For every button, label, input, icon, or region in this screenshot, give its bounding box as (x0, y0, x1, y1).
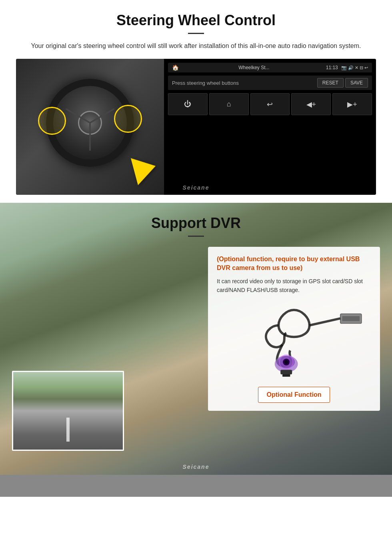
home-ctrl-icon: ⌂ (227, 100, 231, 108)
title-divider (188, 33, 204, 34)
svg-rect-7 (280, 370, 292, 374)
dvr-camera-svg (217, 301, 371, 381)
vol-up2-icon: ▶+ (347, 100, 357, 109)
ctrl-back[interactable]: ↩ (250, 93, 290, 115)
reset-button[interactable]: RESET (317, 78, 344, 88)
save-button[interactable]: SAVE (345, 78, 368, 88)
prompt-text: Press steering wheel buttons (172, 80, 239, 86)
dvr-optional-note: (Optional function, require to buy exter… (217, 255, 371, 273)
dvr-title: Support DVR (16, 215, 376, 232)
wheel-hub (78, 111, 102, 135)
dvr-title-divider (188, 236, 204, 237)
action-buttons: RESET SAVE (317, 78, 368, 88)
swc-image-composite: 🏠 Wheelkey St... 11:13 📷 🔊 ✕ ⊟ ↩ Press s… (16, 59, 376, 195)
clock: 11:13 (326, 65, 338, 70)
arrow-indicator (134, 155, 156, 183)
app-name: Wheelkey St... (182, 65, 326, 70)
ctrl-power[interactable]: ⏻ (168, 93, 208, 115)
yellow-arrow (131, 152, 159, 185)
svg-rect-8 (282, 374, 290, 377)
bottom-bar (0, 475, 392, 497)
spoke-2 (65, 108, 90, 123)
steering-wheel-photo (16, 59, 164, 195)
svg-line-2 (310, 318, 340, 325)
ctrl-vol-up-2[interactable]: ▶+ (332, 93, 372, 115)
dvr-watermark: Seicane (183, 464, 210, 470)
ctrl-vol-up[interactable]: ◀+ (291, 93, 331, 115)
dvr-info-card: (Optional function, require to buy exter… (208, 247, 380, 411)
swc-screen: 🏠 Wheelkey St... 11:13 📷 🔊 ✕ ⊟ ↩ Press s… (164, 59, 376, 195)
dvr-camera-image (217, 301, 371, 381)
dvr-description: It can record video only to storage in G… (217, 277, 371, 295)
controls-grid: ⏻ ⌂ ↩ ◀+ ▶+ (168, 93, 372, 115)
road-line (66, 418, 70, 442)
dvr-title-area: Support DVR (0, 203, 392, 237)
steering-wheel-section: Steering Wheel Control Your original car… (0, 0, 392, 203)
spoke-1 (89, 123, 91, 151)
ctrl-home[interactable]: ⌂ (209, 93, 249, 115)
optional-function-button[interactable]: Optional Function (258, 387, 330, 403)
power-icon: ⏻ (184, 100, 191, 108)
dvr-section: Support DVR (Optional function, require … (0, 203, 392, 475)
vol-up-icon: ◀+ (306, 100, 316, 109)
back-icon: ↩ (267, 100, 273, 109)
svg-point-6 (284, 360, 288, 364)
swc-description: Your original car's steering wheel contr… (16, 41, 376, 51)
screen-status-bar: 🏠 Wheelkey St... 11:13 📷 🔊 ✕ ⊟ ↩ (168, 63, 372, 72)
spoke-3 (90, 108, 115, 123)
status-icons: 📷 🔊 ✕ ⊟ ↩ (341, 65, 368, 70)
button-highlight-left (38, 107, 66, 135)
home-icon: 🏠 (172, 64, 179, 71)
svg-rect-1 (342, 316, 360, 321)
button-highlight-right (114, 105, 142, 133)
dvr-preview-image (12, 371, 124, 451)
prompt-row: Press steering wheel buttons RESET SAVE (168, 76, 372, 90)
swc-title: Steering Wheel Control (16, 12, 376, 29)
